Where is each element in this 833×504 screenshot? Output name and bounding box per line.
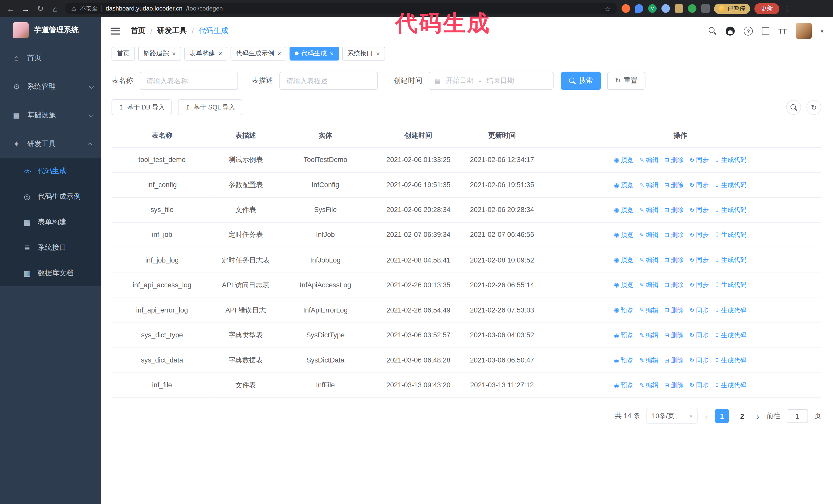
- security-label[interactable]: 不安全: [80, 5, 98, 13]
- table-desc-input[interactable]: [279, 72, 378, 90]
- edit-action[interactable]: ✎编辑: [639, 305, 659, 315]
- v-extension-icon[interactable]: V: [648, 4, 657, 13]
- tab-codegen-example[interactable]: 代码生成示例 ×: [231, 46, 287, 60]
- delete-action[interactable]: ⊟删除: [664, 280, 684, 290]
- edit-action[interactable]: ✎编辑: [639, 280, 659, 290]
- edit-action[interactable]: ✎编辑: [639, 331, 659, 340]
- back-icon[interactable]: ←: [5, 4, 16, 13]
- bookmark-star-icon[interactable]: ☆: [604, 5, 611, 13]
- close-icon[interactable]: ×: [277, 50, 281, 57]
- preview-action[interactable]: ◉预览: [614, 355, 634, 365]
- delete-action[interactable]: ⊟删除: [664, 331, 684, 340]
- refresh-button[interactable]: ↻: [806, 100, 821, 115]
- sidebar-item-infra[interactable]: ▤ 基础设施: [0, 101, 101, 130]
- sidebar-logo[interactable]: 芋道管理系统: [0, 17, 101, 44]
- sync-action[interactable]: ↻同步: [689, 280, 709, 290]
- next-page-button[interactable]: ›: [755, 412, 760, 421]
- delete-action[interactable]: ⊟删除: [664, 230, 684, 240]
- date-range-picker[interactable]: ▦ 开始日期 - 结束日期: [429, 72, 554, 90]
- home-icon[interactable]: ⌂: [50, 4, 61, 13]
- edit-action[interactable]: ✎编辑: [639, 255, 659, 265]
- sidebar-item-form-builder[interactable]: ▦ 表单构建: [0, 210, 101, 235]
- tab-home[interactable]: 首页: [112, 46, 135, 60]
- preview-action[interactable]: ◉预览: [614, 155, 634, 165]
- import-db-button[interactable]: ↥ 基于 DB 导入: [112, 99, 172, 115]
- edit-action[interactable]: ✎编辑: [639, 355, 659, 365]
- delete-action[interactable]: ⊟删除: [664, 255, 684, 265]
- generate-code-action[interactable]: ↧生成代码: [715, 380, 747, 390]
- search-icon[interactable]: [709, 27, 717, 35]
- close-icon[interactable]: ×: [330, 50, 334, 57]
- goto-page-input[interactable]: [787, 409, 808, 423]
- box-extension-icon[interactable]: [674, 4, 683, 13]
- edit-action[interactable]: ✎编辑: [639, 180, 659, 190]
- sync-action[interactable]: ↻同步: [689, 255, 709, 265]
- firefox-extension-icon[interactable]: [622, 4, 630, 13]
- preview-action[interactable]: ◉预览: [614, 305, 634, 315]
- close-icon[interactable]: ×: [218, 50, 222, 57]
- sidebar-item-system[interactable]: ⚙ 系统管理: [0, 72, 101, 101]
- preview-action[interactable]: ◉预览: [614, 255, 634, 265]
- generate-code-action[interactable]: ↧生成代码: [715, 355, 747, 365]
- reset-button[interactable]: ↻ 重置: [607, 72, 645, 90]
- edit-action[interactable]: ✎编辑: [639, 230, 659, 240]
- sync-action[interactable]: ↻同步: [689, 355, 709, 365]
- user-avatar[interactable]: [796, 23, 812, 39]
- sync-action[interactable]: ↻同步: [689, 331, 709, 340]
- tab-codegen[interactable]: 代码生成 ×: [290, 46, 339, 60]
- close-icon[interactable]: ×: [376, 50, 380, 57]
- preview-action[interactable]: ◉预览: [614, 180, 634, 190]
- paused-profile-badge[interactable]: 已暂停: [714, 3, 750, 13]
- tab-form-builder[interactable]: 表单构建 ×: [184, 46, 227, 60]
- github-icon[interactable]: [725, 26, 735, 35]
- sidebar-item-db-doc[interactable]: ▥ 数据库文档: [0, 261, 101, 286]
- collapse-sidebar-icon[interactable]: [111, 27, 120, 34]
- generate-code-action[interactable]: ↧生成代码: [715, 280, 747, 290]
- search-button[interactable]: 搜索: [561, 72, 601, 90]
- delete-action[interactable]: ⊟删除: [664, 380, 684, 390]
- delete-action[interactable]: ⊟删除: [664, 355, 684, 365]
- puzzle-extension-icon[interactable]: [701, 4, 710, 13]
- page-number-2[interactable]: 2: [735, 409, 749, 423]
- fullscreen-icon[interactable]: [762, 27, 769, 34]
- edit-action[interactable]: ✎编辑: [639, 380, 659, 390]
- sidebar-item-home[interactable]: ⌂ 首页: [0, 44, 101, 72]
- preview-action[interactable]: ◉预览: [614, 280, 634, 290]
- sync-action[interactable]: ↻同步: [689, 380, 709, 390]
- tab-tracing[interactable]: 链路追踪 ×: [138, 46, 181, 60]
- avatar-caret-icon[interactable]: ▾: [821, 28, 823, 34]
- leaf-extension-icon[interactable]: [688, 4, 696, 13]
- delete-action[interactable]: ⊟删除: [664, 205, 684, 215]
- preview-action[interactable]: ◉预览: [614, 331, 634, 340]
- breadcrumb-devtools[interactable]: 研发工具: [157, 26, 187, 35]
- forward-icon[interactable]: →: [20, 4, 31, 13]
- reload-icon[interactable]: ↻: [35, 4, 46, 13]
- sync-action[interactable]: ↻同步: [689, 180, 709, 190]
- preview-action[interactable]: ◉预览: [614, 380, 634, 390]
- sidebar-item-devtools[interactable]: ✦ 研发工具: [0, 130, 101, 159]
- preview-action[interactable]: ◉预览: [614, 205, 634, 215]
- sidebar-item-codegen-example[interactable]: ◎ 代码生成示例: [0, 184, 101, 209]
- generate-code-action[interactable]: ↧生成代码: [715, 331, 747, 340]
- drop-extension-icon[interactable]: [635, 4, 643, 13]
- update-browser-button[interactable]: 更新: [754, 3, 779, 14]
- text-size-icon[interactable]: TT: [779, 27, 787, 35]
- edit-action[interactable]: ✎编辑: [639, 155, 659, 165]
- sync-action[interactable]: ↻同步: [689, 230, 709, 240]
- help-icon[interactable]: ?: [744, 26, 753, 35]
- delete-action[interactable]: ⊟删除: [664, 305, 684, 315]
- sync-action[interactable]: ↻同步: [689, 155, 709, 165]
- generate-code-action[interactable]: ↧生成代码: [715, 255, 747, 265]
- breadcrumb-home[interactable]: 首页: [131, 26, 146, 35]
- table-name-input[interactable]: [139, 72, 238, 90]
- sidebar-item-codegen[interactable]: </> 代码生成: [0, 159, 101, 184]
- delete-action[interactable]: ⊟删除: [664, 155, 684, 165]
- sync-action[interactable]: ↻同步: [689, 305, 709, 315]
- tab-system-api[interactable]: 系统接口 ×: [342, 46, 385, 60]
- sync-action[interactable]: ↻同步: [689, 205, 709, 215]
- preview-action[interactable]: ◉预览: [614, 230, 634, 240]
- prev-page-button[interactable]: ‹: [704, 412, 709, 421]
- sidebar-item-system-api[interactable]: ≣ 系统接口: [0, 235, 101, 260]
- generate-code-action[interactable]: ↧生成代码: [715, 205, 747, 215]
- people-extension-icon[interactable]: [662, 4, 670, 13]
